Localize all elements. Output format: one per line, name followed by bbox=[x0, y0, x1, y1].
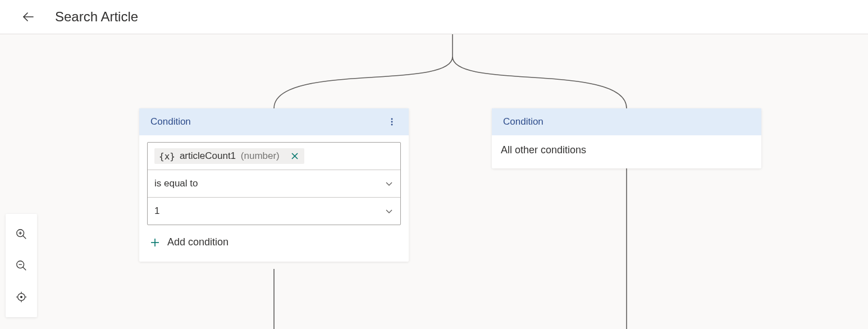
plus-icon-wrap bbox=[149, 237, 161, 248]
card-header-label: Condition bbox=[150, 116, 191, 127]
condition-value-row[interactable]: 1 bbox=[148, 198, 400, 225]
condition-card-right[interactable]: Condition All other conditions bbox=[492, 108, 761, 168]
page-title: Search Article bbox=[55, 9, 138, 25]
top-bar: Search Article bbox=[0, 0, 868, 34]
variable-type: (number) bbox=[241, 150, 280, 161]
arrow-left-icon bbox=[21, 10, 35, 24]
condition-rows: {x} articleCount1 (number) is equ bbox=[147, 142, 401, 225]
svg-point-9 bbox=[21, 296, 22, 298]
card-header: Condition bbox=[139, 108, 409, 135]
card-header: Condition bbox=[492, 108, 761, 135]
value-label: 1 bbox=[154, 205, 159, 217]
operator-label: is equal to bbox=[154, 178, 198, 189]
variable-chip[interactable]: {x} articleCount1 (number) bbox=[154, 148, 304, 164]
variable-symbol: {x} bbox=[159, 151, 175, 162]
all-other-conditions-label: All other conditions bbox=[500, 142, 753, 158]
card-body: {x} articleCount1 (number) is equ bbox=[139, 135, 409, 262]
close-icon bbox=[291, 152, 299, 160]
zoom-in-icon bbox=[15, 228, 28, 240]
zoom-in-button[interactable] bbox=[9, 218, 34, 250]
value-dropdown[interactable] bbox=[385, 207, 394, 216]
card-body: All other conditions bbox=[492, 135, 761, 168]
connector-lines bbox=[0, 34, 868, 329]
add-condition-button[interactable]: Add condition bbox=[147, 233, 231, 252]
zoom-out-button[interactable] bbox=[9, 250, 34, 281]
chevron-down-icon bbox=[385, 207, 394, 216]
card-more-button[interactable] bbox=[385, 115, 399, 129]
back-button[interactable] bbox=[19, 8, 37, 26]
svg-line-6 bbox=[23, 267, 26, 271]
svg-point-16 bbox=[391, 124, 393, 126]
plus-icon bbox=[149, 237, 161, 248]
zoom-out-icon bbox=[15, 259, 28, 272]
svg-point-15 bbox=[391, 121, 393, 123]
condition-variable-row[interactable]: {x} articleCount1 (number) bbox=[148, 143, 400, 170]
chevron-down-icon bbox=[385, 179, 394, 188]
operator-dropdown[interactable] bbox=[385, 179, 394, 188]
condition-operator-row[interactable]: is equal to bbox=[148, 170, 400, 198]
fit-view-button[interactable] bbox=[9, 281, 34, 313]
svg-line-2 bbox=[23, 236, 26, 239]
remove-variable-button[interactable] bbox=[291, 152, 299, 160]
variable-name: articleCount1 bbox=[180, 150, 236, 161]
more-vertical-icon bbox=[387, 117, 396, 126]
card-header-label: Condition bbox=[503, 116, 543, 127]
svg-point-14 bbox=[391, 118, 393, 120]
zoom-toolbar bbox=[6, 214, 37, 317]
add-condition-label: Add condition bbox=[167, 236, 229, 248]
flow-canvas[interactable]: Condition {x} articleCount1 (number) bbox=[0, 34, 868, 329]
target-icon bbox=[15, 291, 28, 303]
condition-card-left[interactable]: Condition {x} articleCount1 (number) bbox=[139, 108, 409, 262]
